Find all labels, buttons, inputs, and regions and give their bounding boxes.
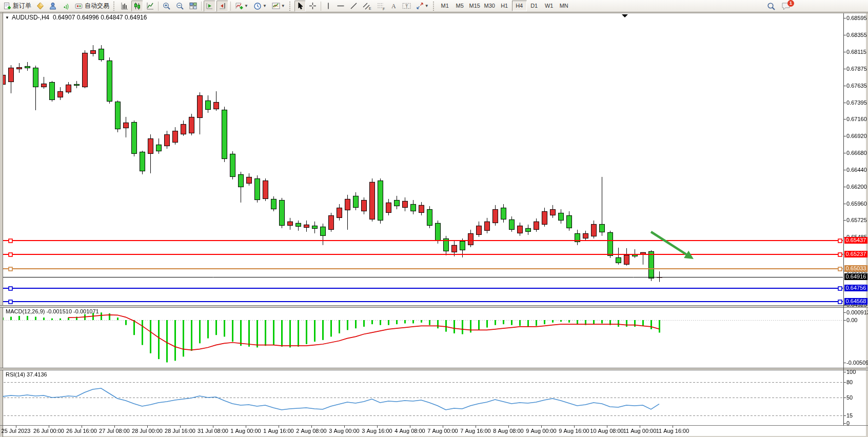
- candlestick-chart-icon: [133, 2, 141, 10]
- svg-text:A: A: [391, 3, 396, 10]
- tab-w1[interactable]: W1: [542, 1, 557, 11]
- arrows-icon: [416, 2, 424, 10]
- period-clock-button[interactable]: ▼: [251, 1, 269, 12]
- text-label-icon: T: [402, 2, 411, 10]
- chevron-down-icon: ▼: [244, 4, 248, 8]
- period-clock-icon: [253, 2, 262, 10]
- price-tag[interactable]: 0.64568: [844, 298, 867, 305]
- bar-chart-icon: [121, 2, 128, 10]
- price-tag[interactable]: 0.65237: [844, 251, 867, 257]
- zoom-in-button[interactable]: [161, 1, 173, 12]
- fibonacci-icon: F: [377, 2, 385, 10]
- cursor-button[interactable]: [294, 1, 306, 12]
- zoom-out-icon: [176, 2, 184, 10]
- tab-m1[interactable]: M1: [438, 1, 452, 11]
- auto-scroll-button[interactable]: [204, 1, 215, 12]
- toolbar-grip[interactable]: [113, 2, 116, 11]
- chart-template-icon: [272, 2, 280, 10]
- add-indicator-button[interactable]: ▼: [233, 1, 250, 12]
- tab-m5[interactable]: M5: [452, 1, 467, 11]
- chart-ohlc-values: 0.64907 0.64996 0.64847 0.64916: [53, 14, 147, 21]
- rsi-indicator-label: RSI(14) 37.4136: [6, 371, 47, 378]
- notification-badge: 1: [787, 0, 794, 7]
- signal-icon: [62, 2, 70, 10]
- chart-shift-button[interactable]: [216, 1, 228, 12]
- chart-template-button[interactable]: ▼: [270, 1, 287, 12]
- trendline-icon: [350, 2, 358, 10]
- bar-chart-button[interactable]: [119, 1, 130, 12]
- search-button[interactable]: [765, 1, 778, 12]
- trader-profile-icon: [49, 2, 57, 10]
- price-tag[interactable]: 0.64756: [844, 285, 867, 291]
- vertical-line-icon: [325, 2, 331, 10]
- cursor-icon: [297, 2, 304, 10]
- line-chart-icon: [146, 2, 154, 10]
- equidistant-channel-icon: E: [363, 2, 371, 10]
- tab-mn[interactable]: MN: [557, 1, 571, 11]
- chevron-down-icon: ▼: [425, 4, 429, 8]
- search-icon: [767, 2, 776, 11]
- candlestick-chart-button[interactable]: [131, 1, 143, 12]
- chart-title: ▼AUDUSD-,H4 0.64907 0.64996 0.64847 0.64…: [5, 14, 147, 21]
- text-button[interactable]: A: [388, 1, 399, 12]
- price-tag[interactable]: 0.65033: [844, 265, 867, 272]
- tab-m30[interactable]: M30: [482, 1, 497, 11]
- autotrading-label: 自动交易: [85, 2, 109, 10]
- signal-button[interactable]: [60, 1, 72, 12]
- tile-windows-icon: [189, 2, 197, 10]
- fibonacci-button[interactable]: F: [374, 1, 387, 12]
- chart-symbol-period: AUDUSD-,H4: [12, 14, 49, 21]
- tab-d1[interactable]: D1: [527, 1, 542, 11]
- equidistant-channel-button[interactable]: E: [361, 1, 373, 12]
- toolbar: 新订单 自动交易: [0, 0, 868, 12]
- svg-text:E: E: [369, 7, 371, 10]
- autotrading-button[interactable]: 自动交易: [73, 1, 111, 12]
- trader-profile-button[interactable]: [47, 1, 59, 12]
- chevron-down-icon: ▼: [281, 4, 285, 8]
- autotrading-icon: [75, 2, 83, 10]
- crosshair-button[interactable]: [307, 1, 319, 12]
- svg-text:F: F: [383, 7, 385, 10]
- crosshair-icon: [309, 2, 317, 10]
- trendline-button[interactable]: [348, 1, 360, 12]
- toolbar-grip[interactable]: [433, 2, 436, 11]
- chart-shift-icon: [219, 2, 226, 10]
- horizontal-line-button[interactable]: [334, 1, 347, 12]
- tab-h1[interactable]: H1: [497, 1, 512, 11]
- price-tag[interactable]: 0.65437: [844, 237, 867, 244]
- chat-button[interactable]: 1: [781, 2, 791, 11]
- toolbar-grip[interactable]: [289, 2, 292, 11]
- vertical-line-button[interactable]: [323, 1, 333, 12]
- tab-h4[interactable]: H4: [512, 1, 527, 11]
- new-order-button[interactable]: 新订单: [2, 1, 33, 12]
- svg-text:T: T: [405, 4, 408, 9]
- mt-terminal-window: 新订单 自动交易: [0, 0, 868, 437]
- tab-m15[interactable]: M15: [467, 1, 482, 11]
- line-chart-button[interactable]: [144, 1, 156, 12]
- market-depth-button[interactable]: [34, 1, 46, 12]
- horizontal-line-icon: [337, 2, 345, 10]
- new-order-label: 新订单: [13, 2, 31, 10]
- new-order-icon: [4, 2, 11, 10]
- symbol-dropdown-icon[interactable]: ▼: [5, 15, 9, 20]
- price-tag[interactable]: 0.64916: [844, 273, 867, 280]
- text-label-button[interactable]: T: [400, 1, 413, 12]
- add-indicator-icon: [235, 2, 243, 10]
- tile-windows-button[interactable]: [187, 1, 199, 12]
- zoom-in-icon: [163, 2, 171, 10]
- macd-indicator-label: MACD(12,26,9) -0.001510 -0.001071: [6, 308, 99, 314]
- zoom-out-button[interactable]: [174, 1, 186, 12]
- arrows-button[interactable]: ▼: [414, 1, 431, 12]
- chevron-down-icon: ▼: [263, 4, 267, 8]
- text-icon: A: [390, 2, 397, 10]
- chart-canvas[interactable]: [0, 12, 868, 437]
- market-depth-icon: [36, 2, 44, 10]
- auto-scroll-icon: [206, 2, 213, 10]
